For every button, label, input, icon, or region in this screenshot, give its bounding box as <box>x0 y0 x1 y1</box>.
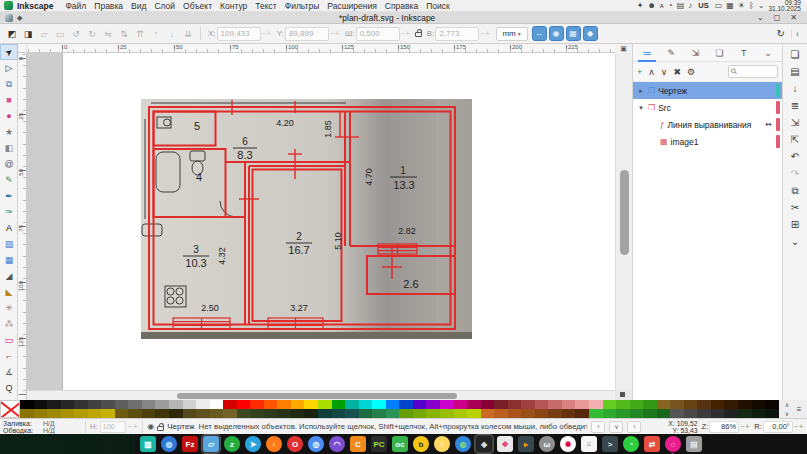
layer-name[interactable]: Чертеж <box>167 422 194 431</box>
scale-stroke-toggle[interactable]: ↔ <box>532 26 547 41</box>
palette-swatch[interactable] <box>183 400 197 409</box>
tray-icon-icons2-2[interactable]: ☀ <box>736 1 747 10</box>
palette-swatch[interactable] <box>183 409 197 418</box>
taskbar-app-slot-purple-app[interactable]: ◠ <box>328 435 346 453</box>
objects-search-input[interactable]: ⚲ <box>728 65 778 78</box>
palette-swatch[interactable] <box>345 400 359 409</box>
nav-select-button[interactable]: ∨ <box>609 421 623 433</box>
taskbar-app-pycharm[interactable]: PC <box>371 436 387 452</box>
vertical-scrollbar-thumb[interactable] <box>620 170 629 255</box>
copy-button[interactable]: ⧉ <box>786 182 805 199</box>
selector-tool[interactable]: ➤ <box>0 44 18 60</box>
palette-swatch[interactable] <box>101 409 115 418</box>
palette-swatch[interactable] <box>47 400 61 409</box>
palette-swatch[interactable] <box>752 400 766 409</box>
palette-swatch[interactable] <box>74 409 88 418</box>
rotate-ccw-icon[interactable]: ↺ <box>68 26 84 42</box>
minimize-button[interactable]: ⌄ <box>752 13 769 22</box>
taskbar-app-firefox[interactable]: ◖ <box>266 436 282 452</box>
dialog-tab-more[interactable]: ⌄ <box>756 44 780 62</box>
palette-swatch[interactable] <box>575 409 589 418</box>
menu-item-1[interactable]: Правка <box>90 1 127 11</box>
palette-swatch[interactable] <box>88 409 102 418</box>
palette-swatch[interactable] <box>155 400 169 409</box>
flip-vertical-icon[interactable]: ⇅ <box>116 26 132 42</box>
add-layer-button[interactable]: + <box>637 67 642 77</box>
palette-swatch[interactable] <box>74 400 88 409</box>
nav-next-button[interactable]: › <box>627 421 641 433</box>
maximize-button[interactable]: ◻ <box>769 13 786 22</box>
taskbar-app-telegram[interactable]: ➤ <box>245 436 261 452</box>
object-label[interactable]: Src <box>658 103 671 113</box>
objects-tree-empty[interactable] <box>633 150 782 432</box>
width-field[interactable]: Ш: 0,500 −+ <box>345 27 411 41</box>
palette-swatch[interactable] <box>115 400 129 409</box>
lower-icon[interactable]: ↓ <box>164 26 180 42</box>
cut-button[interactable]: ✂ <box>786 199 805 216</box>
tree-row-3[interactable]: ▦image1 <box>633 133 782 150</box>
nav-prev-button[interactable]: ‹ <box>591 421 605 433</box>
dialog-tab-draw[interactable]: ✎ <box>659 44 683 62</box>
taskbar-app-browser-blue[interactable]: ◍ <box>161 436 177 452</box>
taskbar-app-c-app[interactable]: C <box>350 436 366 452</box>
palette-swatch[interactable] <box>508 409 522 418</box>
palette-swatch[interactable] <box>724 409 738 418</box>
width-field-value[interactable]: 0,500 <box>356 27 400 41</box>
tray-icon-icons-2[interactable]: ᴀ <box>658 1 666 10</box>
taskbar-app-slot-trash[interactable]: ▤ <box>685 435 703 453</box>
open-button[interactable]: ▤ <box>786 63 805 80</box>
palette-swatch[interactable] <box>589 409 603 418</box>
taskbar-app-slot-gimp[interactable]: ω <box>538 435 556 453</box>
palette-swatch[interactable] <box>359 409 373 418</box>
spray-tool[interactable]: ⁂ <box>0 316 18 332</box>
palette-swatch[interactable] <box>657 409 671 418</box>
menu-item-4[interactable]: Объект <box>179 1 216 11</box>
horizontal-ruler[interactable]: 0255075100125150175200225 <box>27 44 616 53</box>
palette-swatch[interactable] <box>426 409 440 418</box>
toolbar-collapse-button[interactable]: ‹ <box>791 29 803 39</box>
keyboard-layout-indicator[interactable]: US <box>696 1 710 10</box>
print-button[interactable]: ≣ <box>786 97 805 114</box>
taskbar-app-slot-paint-app[interactable]: ▥ <box>139 435 157 453</box>
menu-item-6[interactable]: Текст <box>251 1 280 11</box>
taskbar-app-slot-opera[interactable]: O <box>286 435 304 453</box>
palette-swatch[interactable] <box>426 400 440 409</box>
layer-color-chip[interactable] <box>776 118 780 131</box>
taskbar-app-slot-pycharm[interactable]: PC <box>370 435 388 453</box>
palette-swatch[interactable] <box>210 400 224 409</box>
x-field-value[interactable]: 109,433 <box>217 27 261 41</box>
height-field-value[interactable]: 2,773 <box>435 27 479 41</box>
palette-swatch[interactable] <box>34 400 48 409</box>
tray-icon-icons-5[interactable]: ♪ <box>686 1 694 10</box>
height-field[interactable]: В: 2,773 −+ <box>427 27 491 41</box>
dialog-tab-text[interactable]: T <box>732 44 756 62</box>
deselect-icon[interactable]: ▱ <box>36 26 52 42</box>
zoom-spinner[interactable]: −+ <box>740 423 750 430</box>
taskbar-app-trash[interactable]: ▤ <box>686 436 702 452</box>
palette-scroll-down[interactable]: ∨ <box>781 409 793 418</box>
palette-swatch[interactable] <box>575 400 589 409</box>
tree-row-0[interactable]: ▸❒Чертеж <box>633 82 782 99</box>
rotate-cw-icon[interactable]: ↻ <box>84 26 100 42</box>
pencil-tool[interactable]: ✎ <box>0 172 18 188</box>
tweak-tool[interactable]: ✳ <box>0 300 18 316</box>
palette-swatch[interactable] <box>34 409 48 418</box>
taskbar-app-slot-magenta-app[interactable]: ◌ <box>664 435 682 453</box>
gradient-tool[interactable]: ▧ <box>0 236 18 252</box>
palette-swatch[interactable] <box>359 400 373 409</box>
palette-swatch[interactable] <box>277 400 291 409</box>
tree-row-1[interactable]: ▾❒Src <box>633 99 782 116</box>
flip-horizontal-icon[interactable]: ⇋ <box>100 26 116 42</box>
palette-swatch[interactable] <box>332 409 346 418</box>
palette-swatch[interactable] <box>616 409 630 418</box>
taskbar-app-red-sync-app[interactable]: ⇄ <box>644 436 660 452</box>
y-field[interactable]: Y: 89,899 −+ <box>277 27 340 41</box>
palette-swatch[interactable] <box>372 409 386 418</box>
taskbar-app-document-app[interactable]: ≡ <box>581 436 597 452</box>
menu-item-5[interactable]: Контур <box>216 1 251 11</box>
width-field-spinner[interactable]: −+ <box>401 30 411 37</box>
palette-swatch[interactable] <box>724 400 738 409</box>
dialog-tab-objects[interactable]: ≔ <box>635 44 659 62</box>
taskbar-app-color-wheel[interactable]: ✹ <box>560 436 576 452</box>
height-field-spinner[interactable]: −+ <box>480 30 490 37</box>
